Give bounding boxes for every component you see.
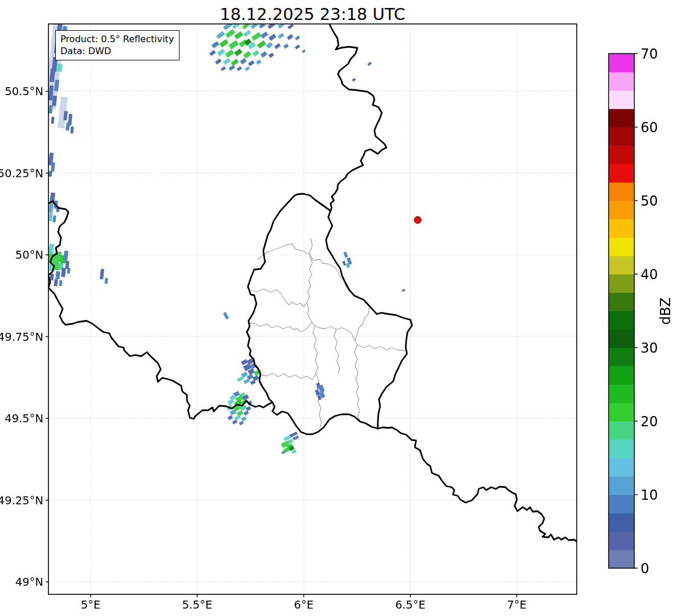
radar-echo-cell	[100, 269, 104, 280]
district-border	[354, 345, 360, 422]
radar-echo-cell	[268, 52, 274, 58]
colorbar-segment	[609, 421, 634, 440]
radar-echo-cell	[287, 24, 293, 30]
radar-echo-cell	[48, 244, 54, 255]
radar-echo-cell	[223, 22, 233, 30]
radar-echo-cell	[216, 31, 225, 39]
x-tick-label: 7°E	[507, 598, 527, 611]
radar-echo-cell	[251, 32, 262, 41]
colorbar-segment	[609, 348, 634, 366]
y-tick-label: 49.25°N	[0, 494, 43, 507]
radar-echo-cell	[232, 22, 239, 29]
colorbar-segment	[609, 164, 634, 183]
colorbar-segment	[609, 219, 634, 238]
y-tick-label: 50.25°N	[0, 167, 43, 180]
colorbar-axis-label: dBZ	[658, 297, 674, 325]
radar-echo-cell	[234, 31, 243, 40]
radar-echo-cell	[56, 64, 62, 72]
radar-figure: 18.12.2025 23:18 UTC 5°E5.5°E6°E6.5°E7°E…	[0, 0, 685, 616]
radar-echo-cell	[301, 50, 305, 54]
radar-echo-cell	[229, 40, 239, 50]
colorbar-segment	[609, 513, 634, 532]
radar-echo-cell	[257, 40, 266, 49]
radar-echo-cell	[223, 58, 231, 65]
radar-echo-cell	[260, 51, 267, 58]
radar-echo-cell	[52, 215, 56, 222]
radar-echo-cell	[278, 33, 284, 39]
x-tick-label: 5°E	[81, 598, 100, 611]
colorbar-segment	[609, 109, 634, 128]
radar-echo-cell	[211, 41, 219, 48]
colorbar-tick-label: 50	[641, 193, 658, 209]
colorbar-segment-top	[609, 54, 634, 72]
radar-echo-cell	[55, 271, 60, 280]
colorbar-segment	[609, 366, 634, 385]
district-border	[307, 254, 357, 345]
district-border	[334, 329, 340, 374]
radar-echo-cell	[237, 66, 242, 71]
product-info-box: Product: 0.5° Reflectivity Data: DWD	[55, 30, 180, 60]
radar-echo-cell	[104, 278, 108, 284]
country-border	[247, 194, 331, 402]
radar-echo-cell	[287, 34, 293, 40]
radar-echo-cell	[209, 50, 216, 56]
district-border	[309, 238, 312, 254]
colorbar-tick-label: 10	[641, 487, 658, 503]
radar-echo-cell	[54, 279, 58, 287]
colorbar-segment	[609, 145, 634, 164]
colorbar-tick-label: 70	[641, 46, 658, 62]
district-border	[355, 308, 369, 341]
radar-echo-cell	[227, 399, 234, 405]
radar-echo-cell	[59, 280, 62, 286]
radar-site-dot	[414, 217, 421, 223]
colorbar-segment	[609, 256, 634, 275]
radar-echo-cell	[221, 66, 226, 71]
radar-echo-cell	[367, 62, 372, 66]
y-tick-label: 49°N	[15, 576, 43, 589]
radar-echo-cell	[63, 251, 68, 262]
colorbar-segment	[609, 495, 634, 513]
colorbar-tick-label: 20	[641, 414, 658, 430]
map-area	[44, 22, 577, 594]
district-border	[309, 254, 349, 290]
district-border	[357, 345, 405, 350]
x-tick-label: 6.5°E	[395, 598, 425, 611]
radar-echo-cell	[250, 22, 258, 29]
radar-echo-cell	[219, 39, 229, 48]
radar-echo-cell	[268, 34, 276, 41]
colorbar-tick-label: 60	[641, 120, 658, 136]
colorbar-tick-label: 40	[641, 267, 658, 283]
radar-echo-cell	[252, 50, 259, 56]
radar-echo-cell	[274, 43, 281, 50]
radar-echo-cell	[266, 42, 273, 48]
colorbar-segment	[609, 439, 634, 458]
colorbar-segment	[609, 201, 634, 219]
radar-echo-cell	[243, 51, 251, 58]
x-tick-label: 5.5°E	[182, 598, 212, 611]
radar-echo-cell	[240, 58, 247, 64]
radar-echo-cell	[267, 22, 275, 29]
radar-echo-cell	[241, 416, 247, 421]
radar-echo-cell	[232, 419, 237, 424]
radar-echo-cell	[243, 30, 251, 37]
colorbar-segment	[609, 403, 634, 422]
district-border	[260, 373, 316, 380]
y-tick-label: 50°N	[15, 248, 43, 262]
country-border	[378, 427, 577, 541]
radar-echo-cell	[223, 312, 229, 320]
radar-echo-cell	[242, 22, 251, 30]
colorbar-segment	[609, 182, 634, 201]
radar-echo-cell	[70, 127, 74, 133]
radar-echo-cell	[343, 261, 346, 266]
district-border	[250, 322, 312, 332]
colorbar-segment	[609, 292, 634, 311]
country-border	[326, 211, 412, 429]
radar-echo-cell	[260, 31, 268, 39]
district-border	[249, 289, 307, 307]
colorbar-segment	[609, 91, 634, 109]
radar-echo-cell	[241, 359, 248, 365]
radar-echo-cell	[402, 289, 406, 292]
colorbar-tick-label: 30	[641, 340, 658, 356]
y-tick-label: 50.5°N	[5, 85, 43, 98]
radar-map-canvas: 5°E5.5°E6°E6.5°E7°E50.5°N50.25°N50°N49.7…	[0, 0, 685, 616]
